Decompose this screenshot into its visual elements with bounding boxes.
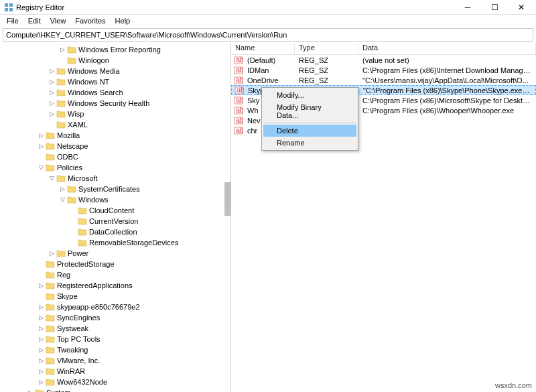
- col-data[interactable]: Data: [358, 43, 536, 54]
- collapse-icon[interactable]: ▽: [59, 196, 66, 204]
- tree-item[interactable]: ▷SyncEngines: [0, 312, 230, 323]
- tree-item[interactable]: ▽Microsoft: [0, 173, 230, 184]
- string-value-icon: ab: [234, 56, 243, 64]
- tree-item[interactable]: ·CloudContent: [0, 205, 230, 216]
- tree-scrollbar-thumb[interactable]: [224, 182, 231, 216]
- collapse-icon[interactable]: ▽: [48, 175, 56, 182]
- expand-icon[interactable]: ▷: [48, 89, 56, 96]
- folder-icon: [56, 78, 66, 86]
- col-type[interactable]: Type: [295, 43, 358, 54]
- tree-item[interactable]: ▷Windows NT: [0, 76, 230, 87]
- tree-item[interactable]: ·DataCollection: [0, 226, 230, 237]
- expand-icon[interactable]: ▷: [48, 78, 56, 86]
- tree-item[interactable]: ▷Windows Security Health: [0, 98, 230, 109]
- folder-icon: [46, 303, 55, 311]
- value-type: REG_SZ: [295, 56, 358, 64]
- tree-item[interactable]: ▷Wow6432Node: [0, 377, 230, 387]
- expand-icon[interactable]: ▷: [38, 304, 45, 311]
- tree-item-label: Netscape: [57, 142, 88, 150]
- value-name: IDMan: [243, 66, 295, 74]
- tree-item[interactable]: ·Skype: [0, 291, 230, 302]
- tree-item[interactable]: ▷Mozilla: [0, 130, 230, 141]
- expand-icon[interactable]: ▷: [27, 389, 34, 393]
- context-modify[interactable]: Modify...: [263, 89, 356, 101]
- expand-icon[interactable]: ▷: [38, 346, 45, 354]
- expand-icon[interactable]: ▷: [38, 132, 45, 139]
- menu-favorites[interactable]: Favorites: [71, 16, 109, 25]
- folder-icon: [78, 206, 87, 214]
- expand-icon[interactable]: ▷: [38, 336, 45, 343]
- expand-icon[interactable]: ▷: [38, 282, 45, 289]
- tree-item[interactable]: ▷System: [0, 387, 230, 392]
- menu-help[interactable]: Help: [111, 16, 135, 25]
- expand-icon[interactable]: ▷: [48, 100, 56, 107]
- tree-item[interactable]: ▷skypeapp-e850c76679e2: [0, 302, 230, 312]
- tree-item[interactable]: ·ODBC: [0, 151, 230, 162]
- address-bar[interactable]: Computer\HKEY_CURRENT_USER\Software\Micr…: [3, 28, 533, 42]
- tree-item[interactable]: ·Winlogon: [0, 55, 230, 66]
- tree-item[interactable]: ▷Tweaking: [0, 344, 230, 355]
- expand-icon[interactable]: ▷: [48, 68, 56, 75]
- menu-edit[interactable]: Edit: [24, 16, 45, 25]
- tree-item[interactable]: ▷Netscape: [0, 141, 230, 151]
- context-delete[interactable]: Delete: [263, 125, 356, 137]
- expand-icon[interactable]: ▷: [59, 46, 66, 54]
- list-header: Name Type Data: [231, 43, 536, 55]
- tree-item[interactable]: ▷RegisteredApplications: [0, 280, 230, 291]
- folder-icon: [56, 174, 66, 182]
- tree-item[interactable]: ▷WinRAR: [0, 366, 230, 377]
- list-row[interactable]: ab(Default)REG_SZ(value not set): [231, 55, 536, 65]
- menu-view[interactable]: View: [46, 16, 70, 25]
- list-row[interactable]: abOneDriveREG_SZ"C:\Users\mansi.vijay\Ap…: [231, 75, 536, 85]
- tree-pane[interactable]: ▷Windows Error Reporting·Winlogon▷Window…: [0, 43, 231, 392]
- tree-item[interactable]: ▷Systweak: [0, 323, 230, 334]
- tree-item[interactable]: ·CurrentVersion: [0, 216, 230, 226]
- tree-item[interactable]: ·Reg: [0, 269, 230, 280]
- list-row[interactable]: abIDManREG_SZC:\Program Files (x86)\Inte…: [231, 65, 536, 75]
- value-name: OneDrive: [243, 76, 295, 84]
- expand-icon[interactable]: ▷: [38, 357, 45, 365]
- tree-item-label: Microsoft: [68, 174, 98, 182]
- value-type: REG_SZ: [295, 66, 358, 74]
- svg-rect-3: [9, 8, 13, 11]
- folder-icon: [46, 271, 55, 279]
- tree-item[interactable]: ▷Wisp: [0, 109, 230, 119]
- tree-item-label: System: [46, 389, 71, 392]
- expand-icon[interactable]: ▷: [38, 325, 45, 332]
- tree-item[interactable]: ▽Policies: [0, 162, 230, 173]
- menu-file[interactable]: File: [3, 16, 23, 25]
- tree-item[interactable]: ·XAML: [0, 119, 230, 130]
- tree-item[interactable]: ▷Windows Media: [0, 66, 230, 76]
- context-modify-binary[interactable]: Modify Binary Data...: [263, 101, 356, 121]
- tree-item[interactable]: ·RemovableStorageDevices: [0, 237, 230, 248]
- tree-item-label: Windows Search: [68, 88, 123, 96]
- expand-icon[interactable]: ▷: [48, 111, 56, 118]
- tree-item[interactable]: ▷Windows Search: [0, 87, 230, 98]
- tree-item[interactable]: ▷Top PC Tools: [0, 334, 230, 344]
- expand-icon[interactable]: ▷: [59, 186, 66, 193]
- tree-item[interactable]: ▷Power: [0, 248, 230, 259]
- expand-icon[interactable]: ▷: [38, 143, 45, 150]
- svg-rect-1: [9, 3, 13, 7]
- col-name[interactable]: Name: [231, 43, 295, 54]
- tree-item-label: VMware, Inc.: [57, 356, 100, 365]
- expand-icon[interactable]: ▷: [38, 314, 45, 322]
- context-rename[interactable]: Rename: [263, 137, 356, 149]
- tree-item[interactable]: ▽Windows: [0, 194, 230, 205]
- context-separator: [264, 123, 356, 123]
- maximize-button[interactable]: ☐: [481, 0, 508, 15]
- close-button[interactable]: ✕: [508, 0, 535, 15]
- expand-icon[interactable]: ▷: [48, 250, 56, 257]
- tree-item[interactable]: ▷Windows Error Reporting: [0, 44, 230, 55]
- tree-item-label: DataCollection: [89, 228, 137, 236]
- minimize-button[interactable]: ─: [454, 0, 481, 15]
- value-name: (Default): [243, 56, 295, 64]
- collapse-icon[interactable]: ▽: [38, 164, 45, 172]
- tree-item[interactable]: ▷SystemCertificates: [0, 184, 230, 194]
- expand-icon[interactable]: ▷: [38, 379, 45, 386]
- string-value-icon: ab: [234, 117, 243, 125]
- svg-rect-0: [5, 3, 8, 7]
- tree-item[interactable]: ·ProtectedStorage: [0, 259, 230, 269]
- tree-item[interactable]: ▷VMware, Inc.: [0, 355, 230, 366]
- expand-icon[interactable]: ▷: [38, 368, 45, 375]
